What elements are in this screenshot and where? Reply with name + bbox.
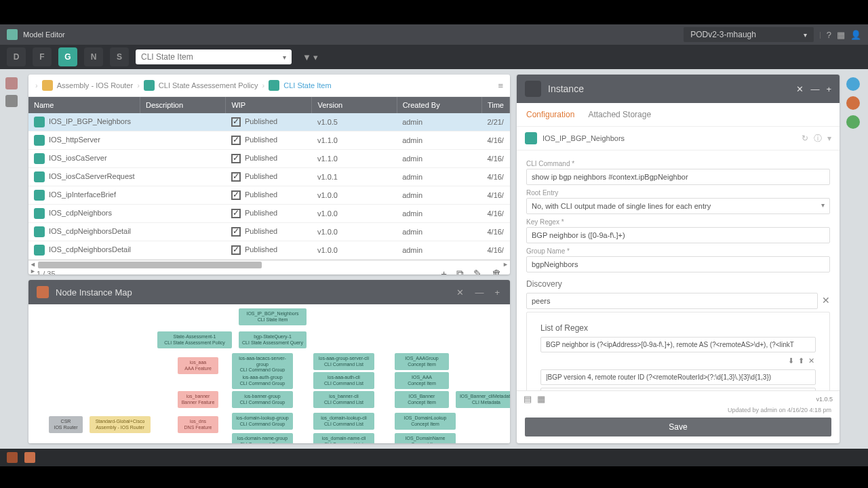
- add-icon[interactable]: +: [826, 84, 831, 94]
- col-time[interactable]: Time: [481, 97, 509, 113]
- map-node[interactable]: ios_dnsDNS Feature: [178, 416, 218, 433]
- col-wip[interactable]: WIP: [226, 97, 312, 113]
- regex-group: List of Regex BGP neighbor is (?<ipAddre…: [526, 312, 830, 390]
- move-down-icon[interactable]: ⬇: [788, 357, 794, 365]
- item-icon: [525, 132, 537, 144]
- discovery-input[interactable]: [526, 293, 818, 309]
- hex-icon-g[interactable]: G: [58, 47, 77, 66]
- chevron-down-icon[interactable]: ▾: [827, 134, 831, 143]
- dock-icon[interactable]: [846, 115, 860, 129]
- map-node[interactable]: CSRIOS Router: [49, 416, 83, 433]
- col-desc[interactable]: Description: [140, 97, 226, 113]
- map-node[interactable]: State-Assessment-1CLI State Assessment P…: [157, 331, 232, 348]
- discovery-label: Discovery: [526, 279, 830, 289]
- map-node[interactable]: ios_domain-name-cliCLI Command List: [313, 433, 374, 443]
- table-row[interactable]: IOS_httpServerPublishedv1.1.0admin4/16/: [28, 131, 510, 150]
- dock-icon[interactable]: [846, 77, 860, 91]
- map-node[interactable]: ios-aaa-auth-groupCLI Command Group: [232, 372, 293, 389]
- hex-icon-s[interactable]: S: [110, 47, 129, 66]
- key-regex-input[interactable]: [526, 227, 830, 243]
- map-node[interactable]: ios_domain-lookup-cliCLI Command List: [313, 413, 374, 430]
- grid-icon[interactable]: ▦: [837, 30, 845, 40]
- instance-name: IOS_IP_BGP_Neighbors: [542, 134, 625, 142]
- map-node[interactable]: ios-aaa-auth-cliCLI Command List: [313, 372, 374, 389]
- assembly-icon: [42, 80, 53, 91]
- minimize-icon[interactable]: —: [810, 84, 819, 94]
- regex-input[interactable]: BGP neighbor is (?<ipAddress>[0-9a-f\.]+…: [540, 337, 816, 352]
- hex-icon-d[interactable]: D: [7, 47, 26, 66]
- context-dropdown[interactable]: PODv2-3-mhaugh: [684, 27, 814, 42]
- root-entry-select[interactable]: [526, 198, 830, 214]
- remove-icon[interactable]: ✕: [808, 357, 814, 365]
- user-icon[interactable]: 👤: [850, 30, 861, 40]
- breadcrumb-current: CLI State Item: [283, 81, 331, 89]
- tab-storage[interactable]: Attached Storage: [588, 110, 651, 119]
- instance-panel: Instance ✕ — + Configuration Attached St…: [517, 75, 840, 443]
- map-node[interactable]: bgp-StateQuery-1CLI State Assessment Que…: [239, 331, 307, 348]
- app-title: Model Editor: [23, 30, 65, 39]
- save-button[interactable]: Save: [525, 418, 831, 436]
- regex-input[interactable]: BGP state = (?<bgpState>\w+), (?:up|down…: [540, 388, 816, 390]
- table-row[interactable]: IOS_iosCaServerRequestPublishedv1.0.1adm…: [28, 168, 510, 186]
- dock-icon[interactable]: [5, 77, 18, 89]
- map-canvas[interactable]: IOS_IP_BGP_NeighborsCLI State Item State…: [28, 304, 510, 443]
- map-node[interactable]: ios_banner-cliCLI Command List: [313, 391, 374, 408]
- horizontal-scrollbar[interactable]: ◄►: [28, 260, 510, 260]
- info-icon[interactable]: ⓘ: [814, 133, 822, 144]
- group-name-label: Group Name *: [526, 247, 830, 255]
- add-icon[interactable]: +: [492, 287, 502, 298]
- dock-icon[interactable]: [5, 95, 18, 107]
- map-node[interactable]: Standard-Global+CiscoAssembly - IOS Rout…: [90, 416, 151, 433]
- breadcrumb-link[interactable]: CLI State Assessement Policy: [159, 81, 258, 89]
- group-name-input[interactable]: [526, 256, 830, 272]
- table-row[interactable]: IOS_cdpNeighborsDetailPublishedv1.0.0adm…: [28, 241, 510, 260]
- taskbar-icon[interactable]: [7, 452, 18, 463]
- hex-icon-n[interactable]: N: [84, 47, 103, 66]
- col-ver[interactable]: Version: [312, 97, 397, 113]
- map-panel: Node Instance Map ✕ — + IOS_IP_BGP_Neigh…: [28, 280, 510, 443]
- map-node[interactable]: ios-domain-name-groupCLI Command Group: [232, 433, 293, 443]
- map-node[interactable]: IOS_Banner_cliMetadataCLI Metadata: [456, 391, 510, 408]
- columns-icon[interactable]: ≡: [498, 81, 503, 91]
- col-name[interactable]: Name: [28, 97, 140, 113]
- map-node[interactable]: IOS_AAAGroupConcept Item: [395, 353, 449, 370]
- taskbar-icon[interactable]: [24, 452, 35, 463]
- map-node[interactable]: ios_aaaAAA Feature: [178, 357, 218, 374]
- dock-icon[interactable]: [846, 96, 860, 110]
- map-node[interactable]: IOS_DomainNameConcept Item: [395, 433, 456, 443]
- table-row[interactable]: IOS_iosCaServerPublishedv1.1.0admin4/16/: [28, 150, 510, 168]
- table-row[interactable]: IOS_IP_BGP_NeighborsPublishedv1.0.5admin…: [28, 113, 510, 131]
- grid-view-icon[interactable]: ▦: [537, 394, 545, 404]
- list-view-icon[interactable]: ▤: [524, 394, 532, 404]
- cli-command-input[interactable]: [526, 169, 830, 185]
- filter-icon[interactable]: ▼ ▾: [298, 52, 322, 62]
- chevron-right-icon: ›: [35, 81, 38, 89]
- remove-icon[interactable]: ✕: [822, 295, 830, 306]
- map-node[interactable]: ios-domain-lookup-groupCLI Command Group: [232, 413, 293, 430]
- map-node[interactable]: IOS_AAAConcept Item: [395, 372, 449, 389]
- table-row[interactable]: IOS_cdpNeighborsPublishedv1.0.0admin4/16…: [28, 205, 510, 223]
- left-dock: [5, 75, 22, 443]
- type-filter-dropdown[interactable]: CLI State Item▾: [136, 49, 292, 64]
- regex-input[interactable]: |BGP version 4, remote router ID (?<remo…: [540, 369, 816, 385]
- map-node[interactable]: ios-banner-groupCLI Command Group: [232, 391, 293, 408]
- hex-icon-f[interactable]: F: [33, 47, 52, 66]
- close-icon[interactable]: ✕: [796, 84, 804, 94]
- map-node[interactable]: ios_bannerBanner Feature: [178, 391, 218, 408]
- map-node[interactable]: IOS_IP_BGP_NeighborsCLI State Item: [239, 308, 307, 325]
- map-node[interactable]: IOS_DomainLookupConcept Item: [395, 413, 456, 430]
- map-node[interactable]: ios-aaa-group-server-cliCLI Command List: [313, 353, 374, 370]
- minimize-icon[interactable]: —: [473, 287, 486, 298]
- breadcrumb-link[interactable]: Assembly - IOS Router: [57, 81, 133, 89]
- close-icon[interactable]: ✕: [454, 287, 466, 298]
- move-up-icon[interactable]: ⬆: [798, 357, 804, 365]
- map-node[interactable]: IOS_BannerConcept Item: [395, 391, 449, 408]
- refresh-icon[interactable]: ↻: [802, 134, 808, 143]
- updated-label: Updated by admin on 4/16/20 4:18 pm: [517, 407, 840, 413]
- help-icon[interactable]: ?: [827, 30, 831, 40]
- table-row[interactable]: IOS_ipInterfaceBriefPublishedv1.0.0admin…: [28, 186, 510, 205]
- key-regex-label: Key Regex *: [526, 218, 830, 226]
- table-row[interactable]: IOS_cdpNeighborsDetailPublishedv1.0.0adm…: [28, 223, 510, 241]
- col-by[interactable]: Created By: [397, 97, 481, 113]
- tab-configuration[interactable]: Configuration: [526, 110, 574, 119]
